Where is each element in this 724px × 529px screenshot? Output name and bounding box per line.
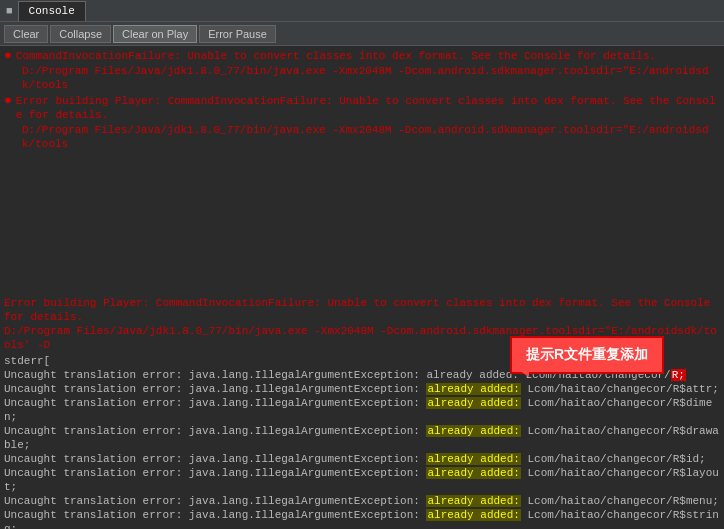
tab-console[interactable]: Console <box>18 1 86 21</box>
error-subline-2: D:/Program Files/Java/jdk1.8.0_77/bin/ja… <box>0 123 724 152</box>
console-area[interactable]: ● CommandInvocationFailure: Unable to co… <box>0 46 724 529</box>
error-line-1: ● CommandInvocationFailure: Unable to co… <box>0 48 724 64</box>
tooltip-box: 提示R文件重复添加 <box>510 336 664 374</box>
error-icon-2: ● <box>4 94 12 108</box>
title-bar: ■ Console <box>0 0 724 22</box>
empty-space <box>0 152 724 292</box>
tooltip-arrow <box>517 361 529 377</box>
error-pause-button[interactable]: Error Pause <box>199 25 276 43</box>
highlight-added-6: already added: <box>426 495 520 507</box>
clear-on-play-button[interactable]: Clear on Play <box>113 25 197 43</box>
collapse-button[interactable]: Collapse <box>50 25 111 43</box>
highlight-added-4: already added: <box>426 453 520 465</box>
clear-button[interactable]: Clear <box>4 25 48 43</box>
console-icon: ■ <box>6 5 13 17</box>
uncaught-line-2: Uncaught translation error: java.lang.Il… <box>0 396 724 424</box>
uncaught-line-3: Uncaught translation error: java.lang.Il… <box>0 424 724 452</box>
error-text-1: CommandInvocationFailure: Unable to conv… <box>16 49 656 63</box>
error-text-2: Error building Player: CommandInvocation… <box>16 94 720 122</box>
error-icon-1: ● <box>4 49 12 63</box>
error-line-2: ● Error building Player: CommandInvocati… <box>0 93 724 123</box>
uncaught-line-7: Uncaught translation error: java.lang.Il… <box>0 508 724 529</box>
uncaught-line-1: Uncaught translation error: java.lang.Il… <box>0 382 724 396</box>
toolbar: Clear Collapse Clear on Play Error Pause <box>0 22 724 46</box>
highlight-added-1: already added: <box>426 383 520 395</box>
uncaught-line-5: Uncaught translation error: java.lang.Il… <box>0 466 724 494</box>
highlight-added-2: already added: <box>426 397 520 409</box>
highlight-R: R; <box>671 369 686 381</box>
error-subline-1: D:/Program Files/Java/jdk1.8.0_77/bin/ja… <box>0 64 724 93</box>
uncaught-line-6: Uncaught translation error: java.lang.Il… <box>0 494 724 508</box>
uncaught-line-4: Uncaught translation error: java.lang.Il… <box>0 452 724 466</box>
highlight-added-7: already added: <box>426 509 520 521</box>
bottom-line-1: Error building Player: CommandInvocation… <box>4 296 720 324</box>
tooltip-text: 提示R文件重复添加 <box>526 346 648 362</box>
highlight-added-3: already added: <box>426 425 520 437</box>
highlight-added-5: already added: <box>426 467 520 479</box>
